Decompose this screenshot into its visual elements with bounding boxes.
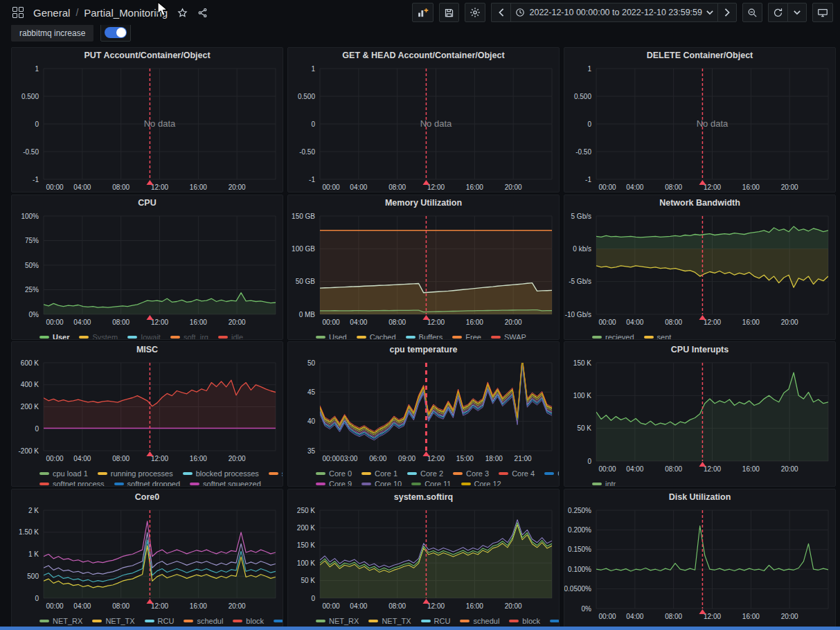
legend-item-block[interactable]: block: [233, 617, 264, 625]
chart-plot[interactable]: 2 K1.50 K1 K500000:0004:0008:0012:0016:0…: [12, 505, 283, 612]
chart-plot[interactable]: 150 GB100 GB50 GB0 MB00:0004:0008:0012:0…: [288, 210, 559, 328]
legend-item-swap[interactable]: SWAP: [491, 333, 526, 341]
annotation-marker[interactable]: [422, 599, 429, 604]
kiosk-mode-button[interactable]: [812, 3, 833, 22]
panel-title[interactable]: CPU: [12, 195, 283, 210]
refresh-interval-caret[interactable]: [787, 3, 807, 22]
legend-item-system[interactable]: System: [79, 333, 118, 341]
legend-item-running-processes[interactable]: running processes: [98, 469, 173, 478]
legend-item-core-3[interactable]: Core 3: [453, 469, 489, 478]
annotation-marker[interactable]: [422, 315, 429, 320]
chart-plot[interactable]: 10.5000-0.50-100:0004:0008:0012:0016:002…: [564, 63, 835, 192]
legend-item-recieved[interactable]: recieved: [592, 333, 634, 341]
legend-item-net-tx[interactable]: NET_TX: [368, 617, 411, 625]
chart-plot[interactable]: 100%75%50%25%0%00:0004:0008:0012:0016:00…: [12, 210, 283, 328]
legend-item-net-rx[interactable]: NET_RX: [39, 617, 82, 625]
refresh-button[interactable]: [768, 3, 787, 22]
annotation-marker[interactable]: [146, 315, 153, 320]
panel-title[interactable]: Memory Utilization: [288, 195, 559, 210]
legend-item-net-tx[interactable]: NET_TX: [92, 617, 134, 625]
legend-item-core-8[interactable]: Core 8: [544, 469, 560, 478]
panel-title[interactable]: PUT Account/Container/Object: [12, 48, 283, 63]
legend-item-idle[interactable]: idle: [218, 333, 243, 341]
legend-item-net-rx[interactable]: NET_RX: [316, 617, 359, 625]
panel-title[interactable]: cpu temperature: [288, 342, 559, 357]
annotation-marker[interactable]: [146, 180, 153, 185]
annotation-marker[interactable]: [422, 451, 429, 456]
annotation-marker[interactable]: [146, 599, 153, 604]
rabbitmq-increase-button[interactable]: rabbitmq increase: [11, 24, 93, 42]
chart-plot[interactable]: 5045403500:0003:0006:0009:0012:0015:0018…: [288, 357, 559, 465]
panel-title[interactable]: GET & HEAD Account/Container/Object: [288, 48, 559, 63]
legend-item-core-0[interactable]: Core 0: [316, 469, 352, 478]
legend-item-intr[interactable]: intr: [592, 480, 616, 487]
legend-label: intr: [605, 480, 616, 487]
legend-item-iowait[interactable]: Iowait: [127, 333, 161, 341]
star-icon[interactable]: [177, 8, 188, 18]
settings-gear-button[interactable]: [465, 3, 485, 22]
legend-item-sent[interactable]: sent: [644, 333, 672, 341]
legend-item-schedul[interactable]: schedul: [184, 617, 223, 625]
chart-plot[interactable]: 150 K100 K50 K000:0004:0008:0012:0016:00…: [564, 357, 835, 475]
panel-title[interactable]: Disk Utilization: [564, 489, 835, 505]
time-shift-forward-button[interactable]: [717, 3, 737, 22]
legend-item-rcu[interactable]: RCU: [421, 617, 451, 625]
add-panel-button[interactable]: [412, 3, 434, 22]
panel-title[interactable]: Core0: [12, 489, 283, 505]
legend-item-core-9[interactable]: Core 9: [316, 480, 352, 487]
panel-title[interactable]: CPU Interupts: [564, 342, 835, 357]
legend-item-core-4[interactable]: Core 4: [499, 469, 535, 478]
chart-plot[interactable]: 600 K400 K200 K0-200 K00:0004:0008:0012:…: [12, 357, 283, 465]
time-shift-back-button[interactable]: [491, 3, 510, 22]
legend-item-tasklet[interactable]: tasklet: [550, 617, 560, 625]
legend-item-cached[interactable]: Cached: [357, 333, 396, 341]
legend-item-soft-irq[interactable]: soft_irq: [170, 333, 208, 341]
panel-title[interactable]: system.softirq: [288, 489, 559, 505]
y-axis-label: 0.500: [21, 93, 39, 100]
chart-plot[interactable]: 10.5000-0.50-100:0004:0008:0012:0016:002…: [12, 63, 283, 192]
legend-item-user[interactable]: User: [39, 333, 69, 341]
share-icon[interactable]: [197, 8, 208, 18]
legend-item-buffers[interactable]: Buffers: [406, 333, 443, 341]
annotation-marker[interactable]: [699, 462, 706, 467]
legend-item-rcu[interactable]: RCU: [145, 617, 175, 625]
legend-item-cpu-load-1[interactable]: cpu load 1: [39, 469, 88, 478]
chart-plot[interactable]: 0.250%0.200%0.150%0.100%0.0500%0%00:0004…: [564, 505, 835, 622]
y-axis-label: 0.150%: [568, 546, 591, 553]
chart-plot[interactable]: 5 Gb/s0 kb/s-5 Gb/s-10 Gb/s00:0004:0008:…: [564, 210, 835, 328]
legend-item-softnet-dropped[interactable]: softnet dropped: [114, 480, 180, 487]
rabbitmq-toggle[interactable]: [100, 24, 131, 42]
legend-color-chip: [550, 620, 560, 622]
panel-title[interactable]: Network Bandwidth: [564, 195, 835, 210]
chart-plot[interactable]: 10.5000-0.50-100:0004:0008:0012:0016:002…: [288, 63, 559, 192]
legend-item-free[interactable]: Free: [452, 333, 481, 341]
legend-item-core-11[interactable]: Core 11: [411, 480, 451, 487]
apps-grid-icon[interactable]: [12, 7, 24, 18]
legend-item-core-12[interactable]: Core 12: [461, 480, 501, 487]
legend-item-core-2[interactable]: Core 2: [407, 469, 443, 478]
legend-item-tasklet[interactable]: tasklet: [274, 617, 283, 625]
legend-item-core-1[interactable]: Core 1: [361, 469, 397, 478]
annotation-marker[interactable]: [146, 451, 153, 456]
panel-title[interactable]: DELETE Container/Object: [564, 48, 835, 63]
annotation-marker[interactable]: [699, 180, 706, 185]
panel-legend: Core 0Core 1Core 2Core 3Core 4Core 8Core…: [288, 467, 559, 487]
legend-item-softnet-squeezed[interactable]: softnet squeezed: [190, 480, 261, 487]
legend-item-blocked-processes[interactable]: blocked processes: [183, 469, 259, 478]
annotation-marker[interactable]: [699, 609, 706, 614]
annotation-marker[interactable]: [699, 315, 706, 320]
time-range-button[interactable]: 2022-12-10 00:00:00 to 2022-12-10 23:59:…: [510, 3, 717, 22]
annotation-marker[interactable]: [422, 180, 429, 185]
legend-item-used[interactable]: Used: [316, 333, 347, 341]
legend-item-block[interactable]: block: [509, 617, 540, 625]
breadcrumb-title[interactable]: Partial_Monitoring: [84, 7, 168, 19]
zoom-out-button[interactable]: [742, 3, 762, 22]
legend-item-schedul[interactable]: schedul: [460, 617, 499, 625]
chart-plot[interactable]: 250 K200 K150 K100 K50 K000:0004:0008:00…: [288, 505, 559, 612]
panel-title[interactable]: MISC: [12, 342, 283, 357]
save-dashboard-button[interactable]: [439, 3, 459, 22]
legend-item-started-forks[interactable]: started forks: [269, 469, 283, 478]
legend-item-softnet-process[interactable]: softnet process: [39, 480, 105, 487]
breadcrumb-section[interactable]: General: [33, 7, 70, 19]
legend-item-core-10[interactable]: Core 10: [361, 480, 402, 487]
